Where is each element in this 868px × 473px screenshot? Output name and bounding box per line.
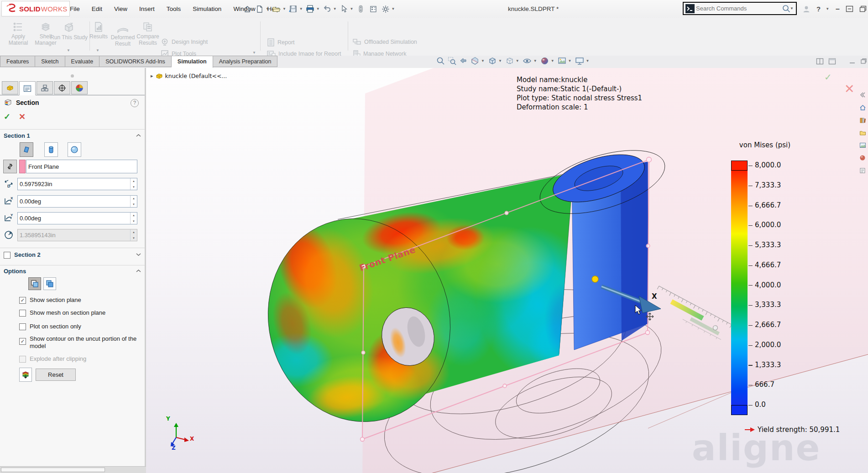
panel-grip-handle[interactable] — [71, 74, 74, 78]
x-rotation-spinner[interactable]: ▲▼ — [130, 196, 137, 207]
view-palette-icon[interactable] — [859, 142, 866, 148]
collapse-chevron-icon[interactable] — [136, 269, 141, 273]
single-pane-icon[interactable] — [828, 58, 836, 65]
confirmation-ok-icon[interactable]: ✓ — [824, 72, 832, 83]
expand-chevron-icon[interactable] — [136, 253, 141, 256]
cancel-button[interactable]: ✕ — [19, 112, 26, 122]
menu-view[interactable]: View — [108, 5, 133, 12]
view-orientation-icon[interactable] — [488, 57, 497, 65]
select-cursor-icon[interactable] — [339, 4, 350, 15]
menu-insert[interactable]: Insert — [133, 5, 161, 12]
show-contour-checkbox[interactable]: ✓ — [19, 338, 26, 345]
tab-sketch[interactable]: Sketch — [35, 56, 65, 67]
user-account-icon[interactable] — [802, 5, 810, 13]
help-caret-icon[interactable]: ▼ — [826, 7, 829, 11]
tab-configuration-manager[interactable] — [37, 81, 53, 94]
section2-checkbox[interactable] — [4, 252, 10, 259]
open-caret-icon[interactable]: ▼ — [282, 7, 286, 11]
search-input[interactable] — [695, 5, 782, 12]
previous-view-icon[interactable] — [459, 57, 468, 65]
tab-display-manager[interactable] — [71, 81, 88, 94]
tab-features[interactable]: Features — [0, 56, 35, 67]
view-orientation-caret-icon[interactable]: ▼ — [498, 59, 502, 63]
edit-appearance-caret-icon[interactable]: ▼ — [551, 59, 554, 63]
drag-origin-point[interactable] — [592, 276, 598, 282]
print-caret-icon[interactable]: ▼ — [316, 7, 320, 11]
breadcrumb-label[interactable]: knuckle (Default<<... — [165, 73, 227, 79]
print-icon[interactable] — [305, 4, 316, 15]
y-rotation-input[interactable] — [18, 213, 130, 224]
offset-spinner[interactable]: ▲▼ — [130, 178, 137, 190]
gear-caret-icon[interactable]: ▼ — [392, 7, 395, 11]
section1-group-header[interactable]: Section 1 — [4, 132, 30, 139]
tab-analysis-preparation[interactable]: Analysis Preparation — [213, 56, 278, 67]
reset-button[interactable]: Reset — [36, 369, 76, 381]
search-caret-icon[interactable]: ▼ — [790, 6, 794, 10]
y-rotation-spinner[interactable]: ▲▼ — [130, 213, 137, 224]
resources-icon[interactable] — [859, 104, 866, 111]
x-rotation-input[interactable] — [18, 196, 130, 207]
cylindrical-section-button[interactable] — [44, 142, 58, 157]
search-magnifier-icon[interactable] — [782, 4, 791, 13]
reverse-direction-button[interactable] — [3, 160, 17, 173]
section-view-caret-icon[interactable]: ▼ — [481, 59, 485, 63]
view-settings-icon[interactable] — [575, 57, 584, 65]
section2-group-header[interactable]: Section 2 — [14, 251, 41, 259]
spherical-section-button[interactable] — [68, 142, 81, 157]
expand-task-pane-icon[interactable] — [859, 92, 866, 98]
split-pane-icon[interactable] — [816, 58, 824, 65]
file-properties-icon[interactable] — [368, 4, 379, 15]
apply-scene-caret-icon[interactable]: ▼ — [568, 59, 572, 63]
maximize-window-icon[interactable] — [859, 5, 867, 12]
zoom-to-area-icon[interactable] — [448, 57, 456, 65]
home-icon[interactable] — [242, 4, 253, 15]
options-group-header[interactable]: Options — [4, 268, 26, 275]
new-document-icon[interactable] — [254, 4, 265, 15]
display-style-caret-icon[interactable]: ▼ — [516, 59, 519, 63]
open-document-icon[interactable] — [271, 4, 282, 15]
options-gear-icon[interactable] — [380, 4, 391, 15]
offset-distance-input[interactable] — [18, 178, 130, 190]
graphics-area[interactable]: ▸ knuckle (Default<<... Model name:knuck… — [146, 68, 868, 473]
plot-on-section-checkbox[interactable] — [19, 323, 26, 330]
undo-caret-icon[interactable]: ▼ — [333, 7, 337, 11]
tab-solidworks-add-ins[interactable]: SOLIDWORKS Add-Ins — [99, 56, 172, 67]
save-caret-icon[interactable]: ▼ — [299, 7, 303, 11]
new-doc-caret-icon[interactable]: ▼ — [266, 7, 269, 11]
ok-button[interactable]: ✓ — [4, 112, 10, 122]
select-caret-icon[interactable]: ▼ — [350, 7, 354, 11]
appearances-icon[interactable] — [859, 155, 866, 161]
breadcrumb[interactable]: ▸ knuckle (Default<<... — [151, 73, 227, 79]
zoom-to-fit-icon[interactable] — [436, 57, 445, 65]
display-style-icon[interactable] — [505, 57, 514, 65]
scrollbar-thumb[interactable] — [1, 468, 105, 472]
menu-file[interactable]: File — [64, 5, 86, 12]
show-section-plane-checkbox[interactable]: ✓ — [19, 297, 26, 304]
menu-tools[interactable]: Tools — [161, 5, 187, 12]
design-library-icon[interactable] — [859, 117, 866, 124]
menu-simulation[interactable]: Simulation — [187, 5, 227, 12]
view-settings-caret-icon[interactable]: ▼ — [586, 59, 590, 63]
section-view-icon[interactable] — [471, 57, 479, 65]
planar-section-button[interactable] — [20, 142, 33, 157]
help-icon[interactable]: ? — [816, 5, 821, 13]
intersection-zone-button[interactable] — [28, 277, 41, 290]
panel-help-icon[interactable]: ? — [131, 99, 139, 107]
minimize-button[interactable]: – — [836, 5, 840, 13]
tab-dimxpert-manager[interactable] — [54, 81, 70, 94]
hide-show-items-icon[interactable] — [523, 57, 532, 65]
confirmation-cancel-icon[interactable]: ✕ — [844, 82, 855, 96]
menu-edit[interactable]: Edit — [86, 5, 108, 12]
show-mesh-checkbox[interactable] — [19, 310, 26, 317]
tab-feature-manager[interactable] — [2, 81, 18, 94]
panel-horizontal-scrollbar[interactable] — [0, 466, 146, 473]
hide-show-caret-icon[interactable]: ▼ — [533, 59, 537, 63]
undo-icon[interactable] — [322, 4, 333, 15]
edit-appearance-icon[interactable] — [540, 57, 549, 65]
restore-window-icon[interactable] — [846, 5, 853, 12]
tab-evaluate[interactable]: Evaluate — [65, 56, 100, 67]
custom-properties-icon[interactable] — [859, 167, 866, 174]
tree-expander-icon[interactable]: ▸ — [151, 73, 153, 79]
minimize-pane-icon[interactable] — [849, 58, 856, 65]
apply-scene-icon[interactable] — [558, 57, 566, 65]
